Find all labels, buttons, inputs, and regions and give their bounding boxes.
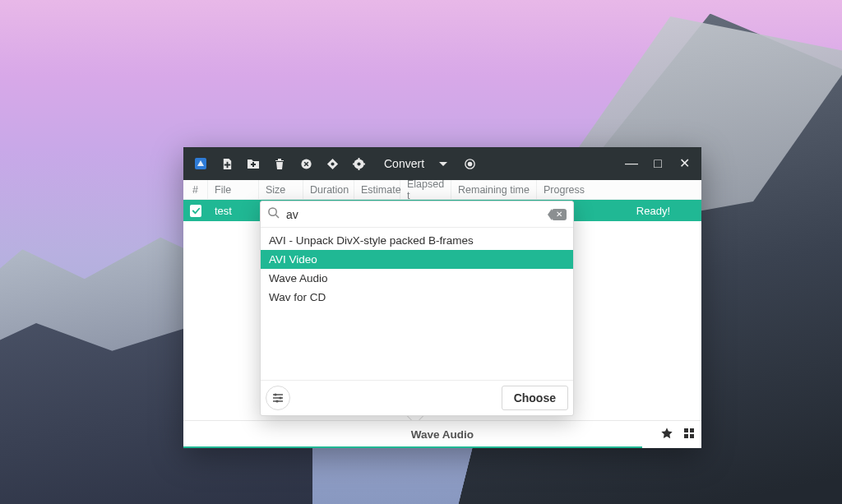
gear-icon: [353, 158, 365, 170]
diamond-icon: [326, 158, 339, 170]
col-num[interactable]: #: [183, 180, 208, 199]
convert-dropdown[interactable]: Convert: [372, 151, 456, 176]
maximize-icon: □: [654, 157, 662, 170]
popup-footer: Choose: [261, 380, 573, 415]
grid-icon: [683, 428, 695, 439]
add-file-button[interactable]: [215, 151, 239, 176]
svg-rect-13: [684, 434, 688, 438]
col-size[interactable]: Size: [259, 180, 303, 199]
list-item[interactable]: Wav for CD: [261, 288, 573, 307]
trash-icon: [274, 158, 285, 170]
svg-point-16: [274, 393, 276, 395]
titlebar: Convert — □ ✕: [183, 147, 701, 180]
app-icon-svg: [194, 157, 207, 170]
svg-rect-6: [358, 168, 359, 169]
svg-rect-11: [684, 428, 688, 432]
star-icon: [660, 427, 673, 440]
settings-button[interactable]: [346, 151, 371, 176]
close-icon: ✕: [679, 157, 690, 170]
minimize-icon: —: [625, 157, 638, 170]
svg-point-15: [269, 208, 276, 215]
favorite-button[interactable]: [660, 427, 673, 443]
col-elapsed[interactable]: Elapsed t: [400, 180, 451, 199]
search-row: ✕: [261, 201, 573, 228]
svg-point-18: [275, 400, 278, 402]
clear-search-button[interactable]: ✕: [552, 209, 567, 220]
add-folder-icon: [247, 158, 260, 169]
svg-point-2: [331, 162, 334, 165]
list-item[interactable]: AVI - Unpack DivX-style packed B-frames: [261, 231, 573, 250]
col-duration[interactable]: Duration: [303, 180, 354, 199]
list-item[interactable]: Wave Audio: [261, 269, 573, 288]
minimize-button[interactable]: —: [619, 151, 644, 176]
svg-point-17: [279, 396, 281, 399]
table-header: # File Size Duration Estimate Elapsed t …: [183, 180, 701, 200]
svg-rect-8: [363, 163, 364, 164]
search-icon: [267, 206, 280, 222]
row-status: Ready!: [630, 205, 701, 217]
col-progress[interactable]: Progress: [537, 180, 701, 199]
format-popup: ✕ AVI - Unpack DivX-style packed B-frame…: [260, 201, 574, 416]
svg-rect-5: [358, 158, 359, 160]
svg-point-4: [357, 162, 360, 165]
row-file: test: [208, 205, 259, 217]
current-format-label[interactable]: Wave Audio: [183, 428, 701, 441]
col-estimate[interactable]: Estimate: [354, 180, 400, 199]
svg-rect-14: [690, 434, 694, 438]
bottom-bar: Wave Audio: [183, 420, 701, 448]
search-input[interactable]: [286, 208, 545, 221]
close-button[interactable]: ✕: [672, 151, 696, 176]
svg-rect-12: [690, 428, 694, 432]
grid-button[interactable]: [683, 428, 695, 442]
check-icon: [192, 206, 201, 215]
chevron-down-icon: [439, 162, 447, 166]
col-remaining[interactable]: Remaining time: [451, 180, 537, 199]
record-button[interactable]: [457, 151, 482, 176]
choose-button[interactable]: Choose: [502, 386, 568, 410]
backspace-x-icon: ✕: [556, 210, 562, 219]
cancel-icon: [300, 158, 312, 170]
trash-button[interactable]: [267, 151, 292, 176]
diamond-button[interactable]: [320, 151, 345, 176]
row-checkbox[interactable]: [190, 205, 201, 217]
add-file-icon: [221, 158, 234, 170]
row-checkbox-cell: [183, 205, 208, 217]
record-icon: [464, 158, 476, 170]
format-list[interactable]: AVI - Unpack DivX-style packed B-frames …: [261, 228, 573, 380]
convert-label: Convert: [384, 157, 424, 170]
list-item[interactable]: AVI Video: [261, 250, 573, 269]
add-folder-button[interactable]: [241, 151, 266, 176]
settings-preset-button[interactable]: [266, 386, 290, 410]
col-file[interactable]: File: [208, 180, 259, 199]
app-icon[interactable]: [188, 151, 213, 176]
svg-point-10: [467, 161, 472, 166]
maximize-button[interactable]: □: [645, 151, 670, 176]
cancel-button[interactable]: [294, 151, 318, 176]
svg-rect-7: [353, 163, 354, 164]
bottom-accent-bar: [183, 446, 642, 448]
sliders-icon: [271, 392, 285, 404]
